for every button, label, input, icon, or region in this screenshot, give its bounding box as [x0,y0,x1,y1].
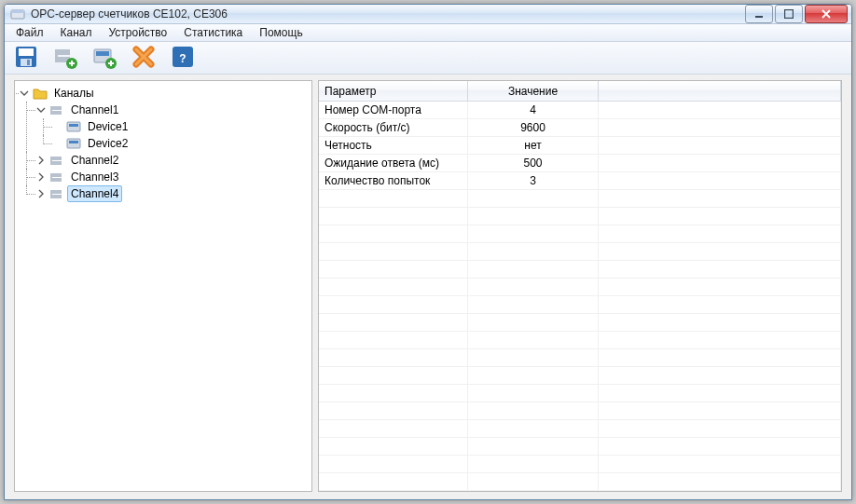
menu-stats[interactable]: Статистика [176,24,250,41]
expand-toggle[interactable] [35,155,47,166]
delete-button[interactable] [128,42,159,74]
device-icon [66,136,81,151]
grid-row [319,190,841,208]
grid-header: Параметр Значение [319,81,841,102]
grid-row [319,349,841,367]
param-cell[interactable]: Ожидание ответа (мс) [319,155,468,171]
grid-row[interactable]: Номер COM-порта4 [319,102,841,119]
svg-rect-23 [50,108,52,113]
client-area: КаналыChannel1Device1Device2Channel2Chan… [5,75,851,500]
tree-device-label[interactable]: Device2 [84,135,131,152]
svg-rect-5 [19,48,34,56]
device-icon [66,119,81,134]
grid-row [319,225,841,243]
grid-row [319,385,841,402]
svg-rect-25 [69,124,78,127]
menu-channel[interactable]: Канал [53,24,100,41]
toolbar: ? [5,42,851,75]
param-cell[interactable]: Скорость (бит/с) [319,119,468,136]
svg-rect-6 [21,59,32,66]
grid-row [319,296,841,314]
svg-rect-27 [69,141,78,143]
grid-body: Номер COM-порта4Скорость (бит/с)9600Четн… [319,102,841,491]
grid-row[interactable]: Количество попыток3 [319,172,841,190]
app-window: OPC-сервер счетчиков CE102, CE306 Файл К… [4,4,852,500]
grid-row [319,438,841,456]
help-button[interactable]: ? [167,42,199,74]
add-channel-icon [52,44,78,73]
grid-row [319,402,841,420]
grid-row [319,332,841,349]
col-header-param[interactable]: Параметр [319,81,468,101]
channels-tree[interactable]: КаналыChannel1Device1Device2Channel2Chan… [19,85,311,202]
value-cell[interactable]: нет [468,137,599,154]
svg-rect-2 [755,16,763,18]
tree-channel-label[interactable]: Channel2 [67,152,122,169]
expand-toggle[interactable] [35,171,47,183]
delete-icon [131,44,157,73]
tree-channel-label[interactable]: Channel3 [67,169,122,185]
channel-icon [49,153,64,168]
floppy-icon [13,44,39,73]
grid-row [319,279,841,296]
expand-toggle[interactable] [19,88,30,99]
minimize-button[interactable] [745,5,773,23]
save-button[interactable] [10,42,42,74]
channel-icon [49,102,64,117]
grid-row[interactable]: Ожидание ответа (мс)500 [319,155,841,172]
tree-device-label[interactable]: Device1 [84,118,131,135]
svg-rect-7 [27,60,30,65]
grid-row [319,208,841,225]
grid-row [319,456,841,473]
svg-rect-1 [11,10,24,13]
svg-rect-30 [50,158,52,163]
channel-icon [49,186,64,201]
add-channel-button[interactable] [49,42,81,74]
grid-row[interactable]: Четностьнет [319,137,841,155]
tree-channel-label[interactable]: Channel1 [67,102,122,118]
svg-rect-18 [110,61,112,66]
grid-row [319,261,841,279]
svg-rect-10 [55,52,58,60]
col-header-value[interactable]: Значение [468,81,599,101]
expand-toggle[interactable] [35,104,47,116]
tree-channel-label[interactable]: Channel4 [67,185,122,202]
add-device-button[interactable] [89,42,120,74]
properties-panel: Параметр Значение Номер COM-порта4Скорос… [318,80,842,492]
tree-root-label[interactable]: Каналы [50,85,98,102]
param-cell[interactable]: Четность [319,137,468,154]
svg-rect-33 [50,175,52,180]
value-cell[interactable]: 9600 [468,119,599,136]
grid-row [319,367,841,385]
svg-rect-36 [50,192,52,197]
maximize-button[interactable] [775,5,803,23]
value-cell[interactable]: 4 [468,102,599,118]
col-header-rest [599,81,841,101]
svg-rect-3 [785,10,794,19]
menubar: Файл Канал Устройство Статистика Помощь [5,24,851,42]
param-cell[interactable]: Количество попыток [319,172,468,189]
grid-row [319,473,841,491]
close-button[interactable] [805,5,848,23]
folder-icon [33,86,48,101]
svg-rect-15 [96,51,109,56]
param-cell[interactable]: Номер COM-порта [319,102,468,118]
app-icon [10,7,25,21]
menu-help[interactable]: Помощь [252,24,310,41]
titlebar: OPC-сервер счетчиков CE102, CE306 [5,5,851,24]
grid-row [319,243,841,261]
grid-row [319,314,841,332]
grid-row[interactable]: Скорость (бит/с)9600 [319,119,841,137]
expand-toggle[interactable] [35,188,47,199]
tree-panel: КаналыChannel1Device1Device2Channel2Chan… [14,80,312,492]
value-cell[interactable]: 500 [468,155,599,171]
help-icon: ? [170,44,196,73]
svg-text:?: ? [179,52,186,65]
menu-device[interactable]: Устройство [101,24,174,41]
grid-row [319,420,841,438]
value-cell[interactable]: 3 [468,172,599,189]
add-device-icon [91,44,117,73]
channel-icon [49,170,64,184]
svg-rect-13 [71,61,73,66]
menu-file[interactable]: Файл [8,24,51,41]
